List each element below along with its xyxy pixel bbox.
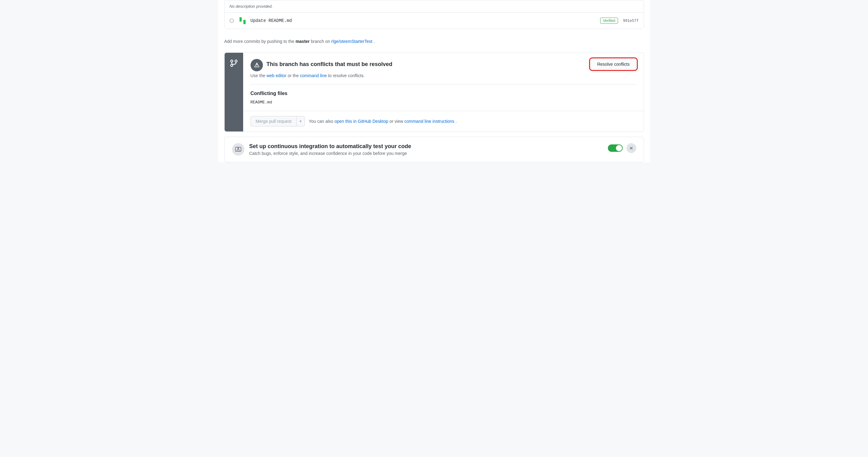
svg-point-6 — [238, 148, 239, 149]
warning-icon: ⚠ — [251, 59, 263, 71]
ci-title: Set up continuous integration to automat… — [249, 143, 411, 150]
conflicting-file-name: README.md — [251, 100, 636, 104]
merge-pull-request-button[interactable]: Merge pull request — [251, 116, 297, 126]
conflict-info: ⚠ This branch has conflicts that must be… — [251, 59, 591, 78]
commit-dot-icon — [229, 19, 234, 23]
ci-icon-wrapper — [232, 143, 244, 155]
conflicting-files-title: Conflicting files — [251, 91, 636, 96]
web-editor-link[interactable]: web editor — [267, 73, 287, 78]
github-desktop-link[interactable]: open this in GitHub Desktop — [335, 119, 388, 124]
verified-badge: Verified — [600, 18, 618, 24]
commit-section: No description provided. Update README.m… — [224, 0, 644, 29]
ci-info: Set up continuous integration to automat… — [232, 143, 411, 156]
conflict-title: This branch has conflicts that must be r… — [267, 61, 393, 68]
ci-actions: ✕ — [608, 143, 636, 153]
svg-point-4 — [230, 64, 232, 67]
push-info: Add more commits by pushing to the maste… — [224, 34, 644, 49]
commit-no-description: No description provided. — [225, 0, 644, 13]
conflict-card: ⚠ This branch has conflicts that must be… — [224, 53, 644, 132]
ci-icon — [235, 146, 242, 153]
svg-point-2 — [230, 60, 232, 62]
ci-section: Set up continuous integration to automat… — [224, 137, 644, 162]
conflict-header: ⚠ This branch has conflicts that must be… — [243, 53, 644, 84]
merge-button-group: Merge pull request ▾ — [251, 116, 305, 126]
svg-rect-1 — [243, 20, 245, 24]
merge-icon — [229, 59, 238, 68]
commit-sha: 991e57f — [623, 19, 639, 23]
conflict-sidebar — [225, 53, 243, 131]
command-line-instructions-link[interactable]: command line instructions — [404, 119, 454, 124]
branch-name: master — [296, 39, 310, 44]
merge-section: Merge pull request ▾ You can also open t… — [243, 111, 644, 131]
conflict-content: ⚠ This branch has conflicts that must be… — [243, 53, 644, 131]
commit-message: Update README.md — [251, 18, 600, 23]
ci-close-button[interactable]: ✕ — [626, 143, 636, 153]
command-line-link[interactable]: command line — [300, 73, 327, 78]
ci-subtitle: Catch bugs, enforce style, and increase … — [249, 151, 411, 156]
svg-point-3 — [235, 60, 237, 62]
merge-dropdown-button[interactable]: ▾ — [296, 116, 305, 126]
resolve-conflicts-button[interactable]: Resolve conflicts — [591, 59, 636, 69]
commit-row: Update README.md Verified 991e57f — [225, 13, 644, 29]
ci-text-content: Set up continuous integration to automat… — [249, 143, 411, 156]
commit-type-icon — [238, 16, 247, 26]
conflict-subtitle: Use the web editor or the command line t… — [251, 73, 591, 78]
repo-link[interactable]: rlge/steemStarterTest — [332, 39, 372, 44]
merge-info-text: You can also open this in GitHub Desktop… — [309, 119, 457, 124]
conflicting-files-section: Conflicting files README.md — [243, 85, 644, 111]
ci-toggle[interactable] — [608, 144, 623, 152]
svg-rect-0 — [240, 17, 242, 22]
